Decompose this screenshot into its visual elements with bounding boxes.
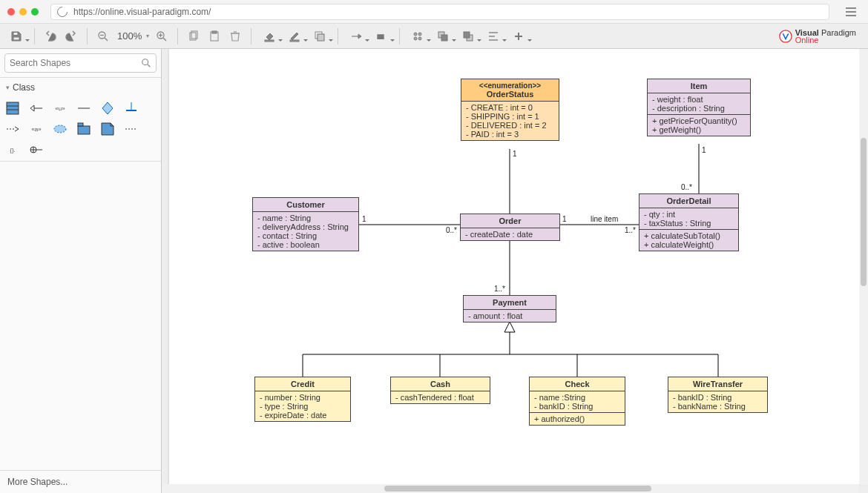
canvas-viewport[interactable]: <<enumeration>> OrderStatus - CREATE : i… xyxy=(169,49,859,484)
category-class[interactable]: Class «u» «a» {}. xyxy=(0,78,161,162)
attr: - PAID : int = 3 xyxy=(466,130,554,139)
svg-rect-16 xyxy=(290,40,299,42)
class-name: Order xyxy=(461,214,559,228)
shape-collaboration-icon[interactable] xyxy=(53,122,67,136)
zoom-dropdown-icon[interactable]: ▾ xyxy=(146,33,149,39)
shape-association-icon[interactable] xyxy=(77,102,91,115)
window-controls xyxy=(7,8,39,16)
class-payment[interactable]: Payment - amount : float xyxy=(463,295,556,322)
maximize-window-button[interactable] xyxy=(31,8,39,16)
shape-class-icon[interactable] xyxy=(6,102,19,115)
shape-generalization-icon[interactable] xyxy=(30,102,43,115)
svg-point-33 xyxy=(780,30,792,42)
class-name: WireTransfer xyxy=(668,377,767,391)
attr: - taxStatus : String xyxy=(644,219,734,228)
svg-line-3 xyxy=(105,38,108,41)
op: + getPriceForQuantity() xyxy=(652,116,746,125)
shape-dependency-icon[interactable] xyxy=(6,122,19,136)
add-button[interactable] xyxy=(507,27,530,46)
shape-interface-icon[interactable] xyxy=(125,102,138,115)
mult-label: 1 xyxy=(562,215,567,223)
zoom-out-button[interactable] xyxy=(93,27,113,46)
shape-package-icon[interactable] xyxy=(77,122,91,136)
to-front-button[interactable] xyxy=(431,27,455,46)
shape-abstraction-icon[interactable]: «a» xyxy=(30,122,43,136)
class-credit[interactable]: Credit - number : String - type : String… xyxy=(254,377,351,422)
more-shapes-link[interactable]: More Shapes... xyxy=(0,470,161,493)
brand-text: Visual Paradigm Online xyxy=(795,29,856,44)
zoom-value[interactable]: 100% xyxy=(116,30,143,42)
svg-point-21 xyxy=(418,33,421,36)
scrollbar-thumb[interactable] xyxy=(861,138,867,286)
format-button[interactable] xyxy=(406,27,430,46)
svg-rect-0 xyxy=(13,32,18,35)
shadow-button[interactable] xyxy=(308,27,332,46)
op: + calculateWeight() xyxy=(644,240,734,249)
class-name: OrderStatus xyxy=(466,90,554,99)
redo-button[interactable] xyxy=(62,27,81,46)
class-customer[interactable]: Customer - name : String - deliveryAddre… xyxy=(252,197,359,251)
mult-label: 1..* xyxy=(494,285,505,293)
canvas-area: <<enumeration>> OrderStatus - CREATE : i… xyxy=(162,49,868,493)
op: + calculateSubTotal() xyxy=(644,231,734,240)
horizontal-scrollbar[interactable] xyxy=(162,484,859,493)
vertical-scrollbar[interactable] xyxy=(859,49,868,484)
shape-anchor-icon[interactable] xyxy=(125,122,138,136)
class-name: Credit xyxy=(255,377,350,391)
shape-constraint-icon[interactable]: {}. xyxy=(6,143,19,156)
mult-label: 1..* xyxy=(625,226,636,234)
connector-style-button[interactable] xyxy=(344,27,368,46)
svg-rect-12 xyxy=(212,31,217,33)
zoom-controls: 100% ▾ xyxy=(93,27,171,46)
class-item[interactable]: Item - weight : float - description : St… xyxy=(647,79,751,136)
url-bar[interactable]: https://online.visual-paradigm.com/ xyxy=(50,4,829,20)
attr: - name : String xyxy=(257,214,354,222)
browser-chrome: https://online.visual-paradigm.com/ xyxy=(0,0,868,24)
svg-point-22 xyxy=(414,37,417,40)
paste-button[interactable] xyxy=(205,27,224,46)
reload-icon xyxy=(55,4,70,19)
search-shapes-input[interactable] xyxy=(10,58,137,68)
svg-rect-36 xyxy=(7,102,19,114)
svg-rect-15 xyxy=(265,40,274,42)
svg-rect-1 xyxy=(13,37,19,40)
svg-point-34 xyxy=(142,59,148,65)
svg-point-20 xyxy=(414,33,417,36)
class-orderdetail[interactable]: OrderDetail - qty : int - taxStatus : St… xyxy=(639,193,739,251)
class-name: Cash xyxy=(391,377,490,391)
waypoint-button[interactable] xyxy=(369,27,393,46)
attr: - type : String xyxy=(260,402,346,411)
shape-usage-icon[interactable]: «u» xyxy=(53,102,67,115)
scrollbar-thumb[interactable] xyxy=(384,486,651,492)
shape-containment-icon[interactable] xyxy=(30,143,43,156)
save-button[interactable] xyxy=(4,27,28,46)
attr: - createDate : date xyxy=(465,230,555,239)
attr: - CREATE : int = 0 xyxy=(466,103,554,112)
enum-orderstatus[interactable]: <<enumeration>> OrderStatus - CREATE : i… xyxy=(461,79,559,141)
shape-note-icon[interactable] xyxy=(101,122,114,136)
diagram-canvas[interactable]: <<enumeration>> OrderStatus - CREATE : i… xyxy=(169,49,859,484)
svg-rect-45 xyxy=(78,126,90,134)
class-cash[interactable]: Cash - cashTendered : float xyxy=(390,377,490,404)
minimize-window-button[interactable] xyxy=(19,8,27,16)
class-check[interactable]: Check - name :String - bankID : String +… xyxy=(529,377,625,426)
copy-button[interactable] xyxy=(184,27,203,46)
to-back-button[interactable] xyxy=(456,27,480,46)
class-order[interactable]: Order - createDate : date xyxy=(460,214,560,241)
delete-button[interactable] xyxy=(226,27,245,46)
zoom-in-button[interactable] xyxy=(152,27,171,46)
svg-line-35 xyxy=(148,64,151,67)
class-wiretransfer[interactable]: WireTransfer - bankID : String - bankNam… xyxy=(668,377,768,413)
shape-aggregation-icon[interactable] xyxy=(101,102,114,115)
class-name: Item xyxy=(648,79,750,93)
line-color-button[interactable] xyxy=(283,27,306,46)
search-icon xyxy=(141,58,151,68)
op: + authorized() xyxy=(534,414,620,423)
app-frame: 100% ▾ xyxy=(0,24,868,493)
mult-label: 1 xyxy=(513,150,517,158)
fill-color-button[interactable] xyxy=(257,27,281,46)
align-button[interactable] xyxy=(481,27,505,46)
undo-button[interactable] xyxy=(41,27,60,46)
browser-menu-button[interactable] xyxy=(841,4,861,20)
close-window-button[interactable] xyxy=(7,8,15,16)
